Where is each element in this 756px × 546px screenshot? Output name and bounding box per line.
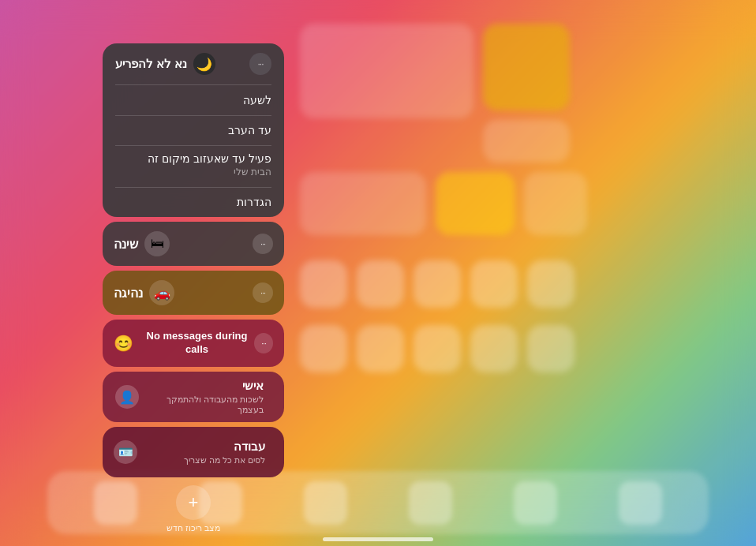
- driving-icon: 🚗: [149, 280, 174, 305]
- dnd-title-group: 🌙 נא לא להפריע: [115, 53, 215, 75]
- person-icon: 👤: [115, 385, 139, 409]
- widget-small-1: [483, 120, 570, 163]
- work-text-area: עבודה לסים את כל מה שצריך: [137, 439, 265, 466]
- dnd-dropdown: 🌙 נא לא להפריע לשעה עד הערב פעיל עד שאעז…: [103, 43, 284, 217]
- app-icon-7: [357, 325, 404, 372]
- app-icon-6: [300, 325, 347, 372]
- dnd-option-hour[interactable]: לשעה: [103, 85, 284, 115]
- driving-dots[interactable]: ···: [253, 282, 273, 303]
- sleep-focus-button[interactable]: ··· 🛏 שינה: [103, 222, 284, 266]
- dock-icon-3: [304, 481, 347, 525]
- widget-medium-3: [524, 172, 587, 235]
- no-messages-focus-button[interactable]: ··· 😊 No messages during calls: [103, 320, 284, 367]
- smiley-icon: 😊: [114, 334, 133, 353]
- dock-icon-6: [619, 481, 662, 525]
- dnd-title: נא לא להפריע: [115, 57, 187, 71]
- dnd-option-evening[interactable]: עד הערב: [103, 115, 284, 145]
- app-icon-10: [527, 325, 574, 372]
- app-icon-5: [527, 260, 574, 308]
- sleep-label: שינה: [114, 237, 138, 252]
- no-msg-dots[interactable]: ···: [254, 333, 273, 353]
- dnd-option-settings[interactable]: הגדרות: [103, 187, 284, 217]
- dnd-option-leave-subtitle: הבית שלי: [115, 166, 271, 178]
- no-messages-label: No messages during calls: [140, 330, 254, 357]
- widget-medium-2: [436, 172, 515, 235]
- dnd-dots-button[interactable]: [249, 53, 271, 75]
- add-focus-button[interactable]: + מצב ריכוז חדש: [103, 485, 284, 533]
- focus-panel: 🌙 נא לא להפריע לשעה עד הערב פעיל עד שאעז…: [103, 43, 284, 533]
- personal-subtitle: לשכות מהעבודה ולהתמקך בעצמך: [139, 395, 264, 415]
- widget-large: [300, 24, 473, 118]
- personal-focus-button[interactable]: 👤 אישי לשכות מהעבודה ולהתמקך בעצמך: [103, 372, 284, 422]
- work-title: עבודה: [137, 439, 265, 454]
- driving-label: נהיגה: [114, 286, 143, 301]
- dnd-option-leave[interactable]: פעיל עד שאעזוב מיקום זה הבית שלי: [103, 146, 284, 187]
- dnd-option-leave-text: פעיל עד שאעזוב מיקום זה: [115, 152, 271, 165]
- sleep-icon: 🛏: [144, 231, 170, 256]
- app-icon-2: [357, 260, 404, 308]
- sleep-dots[interactable]: ···: [253, 234, 273, 254]
- dock-icon-5: [514, 481, 557, 525]
- work-focus-button[interactable]: 🪪 עבודה לסים את כל מה שצריך: [103, 427, 284, 477]
- dnd-header: 🌙 נא לא להפריע: [103, 43, 284, 84]
- personal-text-area: אישי לשכות מהעבודה ולהתמקך בעצמך: [139, 379, 264, 415]
- driving-focus-button[interactable]: ··· 🚗 נהיגה: [103, 271, 284, 315]
- work-subtitle: לסים את כל מה שצריך: [137, 455, 265, 466]
- no-msg-content: 😊 No messages during calls: [114, 330, 254, 357]
- personal-title: אישי: [139, 379, 264, 393]
- dock-icon-4: [409, 481, 452, 525]
- widget-yellow: [483, 24, 570, 110]
- app-icon-3: [414, 260, 461, 308]
- app-icon-8: [414, 325, 461, 372]
- widget-medium-1: [300, 172, 426, 235]
- app-icon-4: [470, 260, 518, 308]
- add-icon: +: [189, 492, 199, 513]
- moon-icon: 🌙: [193, 53, 215, 75]
- home-indicator: [323, 537, 433, 541]
- app-icon-1: [300, 260, 347, 308]
- add-focus-label: מצב ריכוז חדש: [167, 523, 220, 533]
- app-icon-9: [470, 325, 518, 372]
- sleep-content: 🛏 שינה: [114, 231, 170, 256]
- add-focus-circle[interactable]: +: [176, 485, 211, 520]
- widgets-area: [300, 24, 732, 467]
- driving-content: 🚗 נהיגה: [114, 280, 174, 305]
- work-icon: 🪪: [114, 440, 137, 464]
